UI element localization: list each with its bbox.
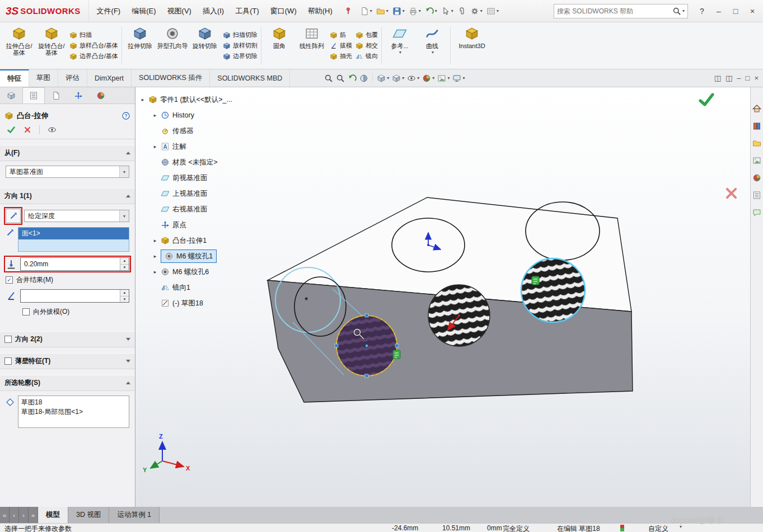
- menu-file[interactable]: 文件(F): [91, 2, 127, 20]
- expand-arrow-icon[interactable]: ▸: [140, 97, 146, 102]
- from-section-header[interactable]: 从(F): [0, 145, 135, 161]
- first-tab-button[interactable]: «: [0, 507, 10, 523]
- close-button[interactable]: ×: [744, 4, 761, 18]
- options-gear-button[interactable]: ▾: [469, 5, 484, 17]
- wrap-button[interactable]: 包覆: [355, 31, 378, 39]
- collapse-chevron-icon[interactable]: [126, 382, 130, 384]
- tree-item-mirror1[interactable]: 镜向1: [152, 280, 269, 295]
- attachment-button[interactable]: [456, 5, 468, 17]
- tree-item-sketch18[interactable]: (-) 草图18: [152, 295, 269, 311]
- confirm-cancel-button[interactable]: [724, 186, 739, 201]
- spin-up-button[interactable]: ▲: [120, 258, 129, 265]
- selected-face-item[interactable]: 面<1>: [18, 228, 129, 239]
- help-search-box[interactable]: ▾: [554, 4, 688, 18]
- lofted-boss-button[interactable]: 放样凸台/基体: [69, 41, 118, 50]
- caret-down-icon[interactable]: ▾: [386, 8, 388, 13]
- tree-item-m6-hole6[interactable]: ▸M6 螺纹孔6: [152, 264, 269, 280]
- caret-down-icon[interactable]: ▾: [399, 49, 401, 56]
- print-button[interactable]: ▾: [407, 5, 423, 17]
- tree-item-sensors[interactable]: 传感器: [152, 123, 269, 139]
- minimize-button[interactable]: –: [710, 4, 727, 18]
- threaded-hole-middle[interactable]: [428, 285, 490, 346]
- collapse-chevron-icon[interactable]: [126, 152, 130, 154]
- swept-cut-button[interactable]: 扫描切除: [223, 31, 258, 39]
- tree-item-part[interactable]: ▸零件1 (默认<<默认>_...: [140, 92, 269, 107]
- caret-down-icon[interactable]: ▾: [432, 49, 434, 56]
- tree-item-top-plane[interactable]: 上视基准面: [152, 186, 269, 201]
- hole-wizard-button[interactable]: 异型孔向导: [156, 23, 189, 68]
- reference-geometry-button[interactable]: 参考...▾: [383, 23, 416, 68]
- tab-evaluate[interactable]: 评估: [58, 69, 87, 87]
- view-orientation-button[interactable]: ▾: [376, 73, 390, 84]
- menu-tools[interactable]: 工具(T): [230, 2, 265, 20]
- expand-arrow-icon[interactable]: ▸: [152, 112, 158, 118]
- next-tab-button[interactable]: ›: [19, 507, 29, 523]
- extruded-boss-button[interactable]: 拉伸凸台/基体: [3, 23, 35, 68]
- search-input[interactable]: [557, 7, 672, 15]
- file-explorer-icon[interactable]: [752, 139, 761, 148]
- zoom-fit-button[interactable]: [324, 73, 334, 84]
- caret-down-icon[interactable]: ▾: [451, 8, 453, 13]
- selected-tree-item[interactable]: M6 螺纹孔1: [161, 249, 217, 263]
- appearances-icon[interactable]: [752, 173, 761, 182]
- tab-dimxpert[interactable]: DimXpert: [87, 69, 132, 87]
- caret-down-icon[interactable]: ▾: [480, 8, 483, 13]
- display-style-button[interactable]: ▾: [391, 73, 405, 84]
- caret-down-icon[interactable]: ▾: [387, 76, 389, 81]
- menu-insert[interactable]: 插入(I): [197, 2, 230, 20]
- caret-down-icon[interactable]: ▾: [462, 76, 465, 81]
- doc-restore-button[interactable]: □: [746, 74, 750, 82]
- select-tool-button[interactable]: ▾: [439, 5, 455, 17]
- graphics-viewport[interactable]: *: [135, 87, 750, 507]
- caret-down-icon[interactable]: ▾: [417, 76, 419, 81]
- caret-down-icon[interactable]: ▾: [435, 8, 437, 13]
- intersect-button[interactable]: 相交: [355, 41, 378, 50]
- expand-chevron-icon[interactable]: [126, 360, 130, 362]
- cancel-button[interactable]: [24, 126, 31, 134]
- expand-arrow-icon[interactable]: ▸: [152, 238, 158, 243]
- draft-button[interactable]: 拔模: [330, 41, 352, 50]
- custom-status-selector[interactable]: 自定义: [648, 524, 668, 532]
- merge-result-checkbox[interactable]: ✓: [6, 276, 13, 284]
- drag-handle[interactable]: [395, 344, 399, 347]
- contour-item[interactable]: 草图18: [21, 398, 126, 407]
- depth-input[interactable]: 0.20mm ▲▼: [20, 257, 129, 271]
- hide-show-items-button[interactable]: ▾: [406, 73, 420, 84]
- pane-left-button[interactable]: ◫: [714, 74, 721, 82]
- help-button[interactable]: ?: [694, 4, 710, 18]
- pm-tab-propertymanager[interactable]: [22, 87, 45, 103]
- forum-icon[interactable]: [752, 208, 761, 217]
- preview-eye-button[interactable]: [48, 125, 57, 134]
- drag-handle[interactable]: [335, 344, 338, 347]
- tab-mbd[interactable]: SOLIDWORKS MBD: [210, 69, 290, 87]
- caret-down-icon[interactable]: ▾: [119, 166, 129, 177]
- tree-item-history[interactable]: ▸History: [152, 107, 269, 123]
- tree-item-annotations[interactable]: ▸注解: [152, 139, 269, 154]
- expand-arrow-icon[interactable]: ▸: [152, 269, 158, 275]
- spin-up-button[interactable]: ▲: [120, 290, 129, 296]
- caret-down-icon[interactable]: ▾: [682, 8, 685, 13]
- edit-appearance-button[interactable]: ▾: [422, 73, 435, 84]
- tab-sketch[interactable]: 草图: [29, 69, 58, 87]
- solidworks-resources-icon[interactable]: [752, 104, 761, 113]
- selected-contours-section-header[interactable]: 所选轮廓(S): [0, 375, 135, 391]
- spin-down-button[interactable]: ▼: [120, 265, 129, 271]
- tab-motion-study[interactable]: 运动算例 1: [109, 507, 159, 523]
- tab-model[interactable]: 模型: [38, 507, 68, 523]
- search-icon[interactable]: [672, 7, 681, 16]
- collapse-chevron-icon[interactable]: [126, 195, 130, 197]
- caret-down-icon[interactable]: ▾: [497, 8, 499, 13]
- pm-tab-featuremanager[interactable]: [0, 87, 22, 103]
- ok-button[interactable]: [7, 125, 16, 134]
- from-combo[interactable]: 草图基准面▾: [6, 166, 129, 178]
- caret-down-icon[interactable]: ▾: [419, 8, 421, 13]
- previous-tab-button[interactable]: ‹: [10, 507, 19, 523]
- draft-angle-input[interactable]: ▲▼: [20, 289, 129, 303]
- menu-view[interactable]: 视图(V): [162, 2, 197, 20]
- tree-item-material[interactable]: 材质 <未指定>: [152, 154, 269, 170]
- expand-chevron-icon[interactable]: [126, 338, 130, 341]
- direction1-section-header[interactable]: 方向 1(1): [0, 188, 135, 204]
- shell-button[interactable]: 抽壳: [330, 52, 352, 60]
- fillet-button[interactable]: 圆角: [263, 23, 296, 68]
- doc-minimize-button[interactable]: –: [737, 74, 741, 82]
